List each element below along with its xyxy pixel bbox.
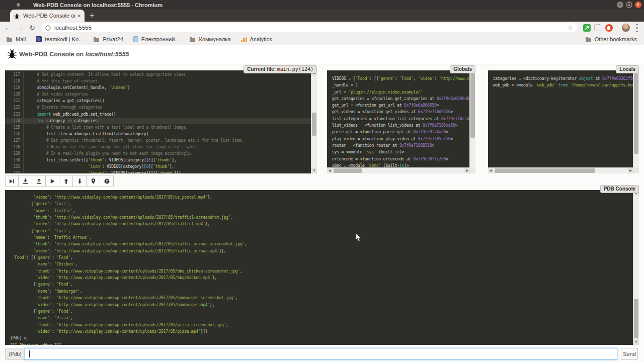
step-button[interactable] xyxy=(19,175,32,187)
code-line: 126 list_item = xbmcgui.ListItem(label=c… xyxy=(5,131,311,137)
extension-adblock-icon[interactable] xyxy=(603,24,614,32)
window-app-icon xyxy=(17,3,20,7)
bookmark-label: teamkodi | Ko... xyxy=(45,36,83,42)
profile-avatar[interactable] xyxy=(622,24,630,32)
bookmarks-bar: Mailteamkodi | Ko...Privat24Електронний.… xyxy=(0,34,644,45)
line-number: 119 xyxy=(5,84,24,91)
scrollbar-thumb[interactable] xyxy=(470,73,475,138)
command-prompt-row: (Pdb) Send xyxy=(5,348,638,360)
command-input[interactable] xyxy=(25,348,617,360)
globals-view[interactable]: VIDEOS = {'Food': [{'genre': 'Food', 'vi… xyxy=(327,70,469,167)
send-button[interactable]: Send xyxy=(621,348,638,360)
globals-horizontal-scrollbar[interactable]: ◀ ▶ xyxy=(327,167,470,173)
bookmark-item[interactable]: Privat24 xyxy=(93,36,123,42)
next-button[interactable] xyxy=(5,175,19,187)
line-number: 125 xyxy=(5,124,24,131)
code-panel: Current file: main.py(124) 117 # Set plu… xyxy=(5,70,317,173)
code-line: 120 # Get video categories xyxy=(5,91,311,98)
code-vertical-scrollbar[interactable]: ▲ ▼ xyxy=(311,70,317,173)
line-number: 128 xyxy=(5,144,24,150)
variable-line: urlencode = <function urlencode at 0x7f9… xyxy=(332,156,469,162)
window-controls: − × xyxy=(617,2,641,8)
browser-menu-icon[interactable]: ••• xyxy=(632,23,642,33)
back-icon[interactable]: ← xyxy=(2,24,14,32)
url-text[interactable]: localhost:5555 xyxy=(54,25,565,31)
return-button[interactable] xyxy=(32,175,46,187)
tab-close-icon[interactable]: × xyxy=(77,13,81,19)
minimize-button[interactable]: − xyxy=(617,2,623,8)
bookmark-item[interactable]: Електронний... xyxy=(133,36,180,42)
bookmark-item[interactable]: Analytics xyxy=(241,36,272,42)
browser-tab[interactable]: Web-PDB Console on loca × xyxy=(10,10,85,22)
scroll-left-icon[interactable]: ◀ xyxy=(488,168,494,173)
code-view[interactable]: 117 # Set plugin content. It allows Kodi… xyxy=(5,71,311,173)
locals-label: Locals xyxy=(616,65,639,73)
address-bar[interactable]: localhost:5555 ☆ xyxy=(41,23,577,32)
window-titlebar[interactable]: Web-PDB Console on localhost:5555 - Chro… xyxy=(0,0,644,10)
new-tab-button[interactable]: + xyxy=(86,10,99,21)
line-number: 131 xyxy=(5,163,24,170)
variable-line: router = <function router at 0x7f9e71068… xyxy=(332,142,469,149)
bookmark-item[interactable]: Коммуналка xyxy=(189,36,230,42)
console-vertical-scrollbar[interactable]: ▲ ▼ xyxy=(633,190,639,345)
where-button[interactable] xyxy=(87,175,100,187)
text-caret xyxy=(29,350,30,357)
scroll-left-icon[interactable]: ◀ xyxy=(327,168,333,173)
console-output[interactable]: 'video': 'http://www.vidsplay.com/wp-con… xyxy=(5,190,633,345)
scroll-down-icon[interactable]: ▼ xyxy=(311,168,317,173)
bookmark-item[interactable]: teamkodi | Ko... xyxy=(36,36,83,42)
scroll-down-icon[interactable]: ▼ xyxy=(633,339,639,345)
scrollbar-thumb[interactable] xyxy=(334,168,362,173)
step-into-icon xyxy=(23,178,28,184)
code-line: 130 list_item.setArt({'thumb': VIDEOS[ca… xyxy=(5,157,311,163)
arrow-down-icon xyxy=(77,178,83,184)
code-line: 127 # Set graphics (thumbnail, fanart, b… xyxy=(5,137,311,144)
extension-disabled-icon[interactable] xyxy=(592,24,603,31)
globals-vertical-scrollbar[interactable] xyxy=(469,70,475,168)
console-line: 'video': 'http://www.vidsplay.com/wp-con… xyxy=(10,248,633,254)
console-line: 'video': 'http://www.vidsplay.com/wp-con… xyxy=(10,328,633,335)
maximize-button[interactable] xyxy=(626,2,632,8)
line-number: 118 xyxy=(5,78,24,84)
close-button[interactable]: × xyxy=(635,2,641,8)
extension-green-icon[interactable] xyxy=(581,24,592,32)
scroll-right-icon[interactable]: ▶ xyxy=(628,168,633,173)
up-button[interactable] xyxy=(59,175,73,187)
line-number: 127 xyxy=(5,137,24,144)
scroll-right-icon[interactable]: ▶ xyxy=(464,168,470,173)
locals-horizontal-scrollbar[interactable]: ◀ ▶ xyxy=(488,167,633,173)
console-line: {'genre': 'Cars', xyxy=(10,201,633,207)
reload-icon[interactable]: ↻ xyxy=(26,24,38,32)
code-line: 125 # Create a list item with a text lab… xyxy=(5,124,311,131)
other-bookmarks-button[interactable]: Other bookmarks xyxy=(579,35,644,43)
line-number: 121 xyxy=(5,98,24,104)
console-line: 'video': 'http://www.vidsplay.com/wp-con… xyxy=(10,221,633,227)
forward-icon[interactable]: → xyxy=(14,24,26,32)
bookmark-label: Mail xyxy=(16,36,26,42)
site-info-icon[interactable] xyxy=(45,24,51,33)
help-button[interactable]: ? xyxy=(100,175,114,187)
code-line: 121 categories = get_categories() xyxy=(5,98,311,104)
bookmark-star-icon[interactable]: ☆ xyxy=(568,24,573,31)
pdb-console-label: PDB Console xyxy=(600,185,639,193)
code-line: 119 xbmcplugin.setContent(_handle, 'vide… xyxy=(5,84,311,91)
console-line: 'video': 'http://www.vidsplay.com/wp-con… xyxy=(10,302,633,308)
map-marker-icon xyxy=(91,178,96,184)
variable-line: sys = <module 'sys' (built-in)> xyxy=(332,149,469,155)
continue-button[interactable] xyxy=(46,175,59,187)
console-line: 'thumb': 'http://www.vidsplay.com/wp-con… xyxy=(10,268,633,275)
globals-panel: Globals VIDEOS = {'Food': [{'genre': 'Fo… xyxy=(327,70,475,173)
console-line: 'thumb': 'http://www.vidsplay.com/wp-con… xyxy=(10,322,633,328)
step-next-icon xyxy=(9,178,15,184)
scrollbar-thumb[interactable] xyxy=(634,299,638,338)
bookmark-item[interactable]: Mail xyxy=(6,36,26,42)
step-out-icon xyxy=(36,178,42,184)
scrollbar-thumb[interactable] xyxy=(634,73,638,154)
locals-vertical-scrollbar[interactable] xyxy=(633,70,639,168)
down-button[interactable] xyxy=(73,175,87,187)
console-line: {'genre': 'Cars', xyxy=(10,228,633,234)
scrollbar-thumb[interactable] xyxy=(312,113,316,136)
locals-view[interactable]: categories = <dictionary-keyiterator obj… xyxy=(488,70,633,167)
page-title-host: localhost:5555 xyxy=(86,51,129,58)
scrollbar-thumb[interactable] xyxy=(495,168,595,173)
